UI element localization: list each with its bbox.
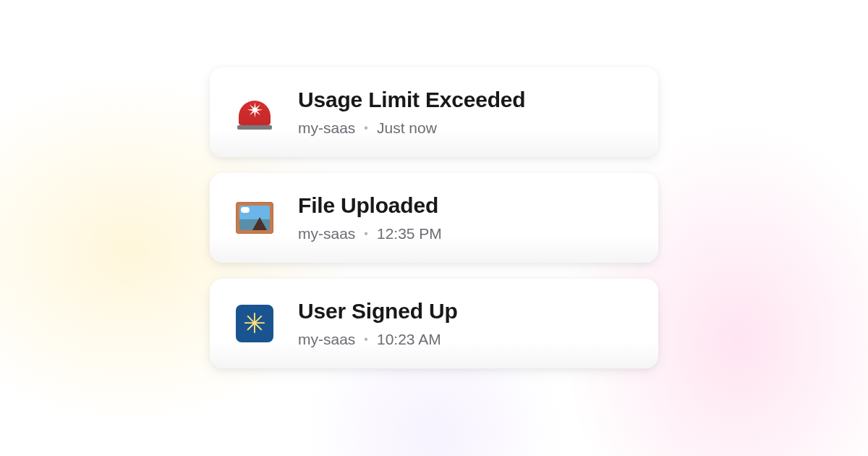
separator-dot: • xyxy=(364,333,368,346)
separator-dot: • xyxy=(364,227,368,240)
separator-dot: • xyxy=(364,122,368,135)
notification-meta: my-saas • 10:23 AM xyxy=(298,331,634,348)
notification-card[interactable]: File Uploaded my-saas • 12:35 PM xyxy=(210,173,658,263)
notification-title: File Uploaded xyxy=(298,193,634,218)
notification-source: my-saas xyxy=(298,331,355,348)
notification-time: Just now xyxy=(377,119,437,137)
notification-source: my-saas xyxy=(298,225,355,242)
notification-content: User Signed Up my-saas • 10:23 AM xyxy=(298,299,634,348)
notification-time: 12:35 PM xyxy=(377,225,442,242)
notification-meta: my-saas • Just now xyxy=(298,119,634,137)
notification-title: Usage Limit Exceeded xyxy=(298,88,634,112)
notification-content: File Uploaded my-saas • 12:35 PM xyxy=(298,193,634,242)
notification-card[interactable]: ✳ User Signed Up my-saas • 10:23 AM xyxy=(210,279,658,368)
notification-card[interactable]: ✴ Usage Limit Exceeded my-saas • Just no… xyxy=(210,67,658,157)
siren-icon: ✴ xyxy=(234,92,275,132)
notification-title: User Signed Up xyxy=(298,299,634,324)
notification-source: my-saas xyxy=(298,119,355,137)
picture-icon xyxy=(234,198,275,238)
burst-icon: ✳ xyxy=(234,303,275,344)
notification-feed: ✴ Usage Limit Exceeded my-saas • Just no… xyxy=(210,67,658,368)
notification-content: Usage Limit Exceeded my-saas • Just now xyxy=(298,88,634,137)
notification-meta: my-saas • 12:35 PM xyxy=(298,225,634,242)
notification-time: 10:23 AM xyxy=(377,331,441,348)
